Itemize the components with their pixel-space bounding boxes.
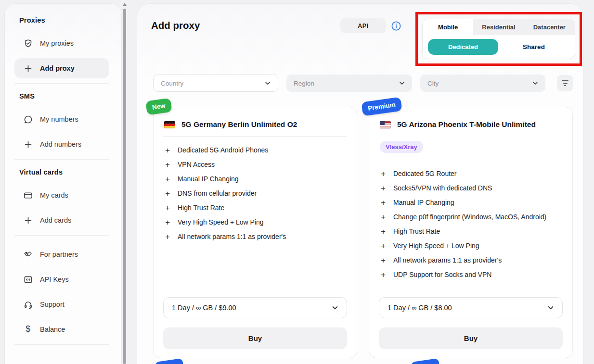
dollar-icon: $ [23,325,33,334]
credit-card-icon [23,190,33,200]
tab-datacenter[interactable]: Datacenter [524,19,575,35]
plan-select[interactable]: 1 Day / ∞ GB / $9.00 [163,297,347,318]
feature-item: +Manual IP Changing [380,195,563,210]
sidebar-divider [14,344,109,345]
sidebar-item-add-numbers[interactable]: Add numbers [14,134,109,154]
shield-check-icon [23,38,33,48]
proxy-type-tabs: Mobile Residential Datacenter [423,19,575,35]
app: Proxies My proxies Add proxy SMS [0,0,594,364]
plus-icon: + [380,184,387,192]
sidebar-item-my-numbers[interactable]: My numbers [14,109,109,129]
proxy-card-arizona: Premium 5G Arizona Phoenix T-Mobile Unli… [369,107,573,358]
api-button[interactable]: API [340,18,386,33]
sidebar-item-label: Balance [40,326,65,333]
feature-item: +DNS from cellular provider [164,186,347,201]
card-header: 5G Germany Berlin Unlimited O2 [164,120,347,129]
headset-icon [23,300,33,309]
sidebar-divider [14,235,109,236]
handshake-icon [23,250,33,259]
sidebar-item-add-proxy[interactable]: Add proxy [14,58,109,78]
card-title: 5G Arizona Phoenix T-Mobile Unlimited [397,120,536,129]
filter-icon [562,80,568,81]
main-panel: Add proxy API Mobile Residential Datacen… [137,4,583,364]
subtab-shared[interactable]: Shared [498,39,569,55]
api-code-icon [23,275,33,284]
plus-icon: + [380,256,387,264]
region-select[interactable]: Region [286,75,412,92]
chevron-down-icon [547,304,555,312]
feature-item: +All network params 1:1 as provider's [380,253,563,267]
plus-icon: + [380,199,387,207]
sidebar-item-label: Add cards [40,216,71,224]
sidebar-item-for-partners[interactable]: For partners [14,244,109,264]
plan-value: 1 Day / ∞ GB / $9.00 [172,304,236,312]
plus-icon: + [164,189,171,198]
city-placeholder: City [427,80,439,87]
sidebar-item-label: Support [40,301,65,308]
proxy-cards: New 5G Germany Berlin Unlimited O2 +Dedi… [153,107,573,358]
sidebar-item-label: For partners [40,251,78,258]
sidebar-section-proxies: Proxies [19,16,109,24]
plan-select[interactable]: 1 Day / ∞ GB / $8.00 [379,297,563,318]
chat-bubble-icon [23,114,33,124]
sidebar-item-label: API Keys [40,276,69,283]
sidebar-item-api-keys[interactable]: API Keys [14,269,109,289]
filter-button[interactable] [557,75,573,91]
proxy-card-germany: New 5G Germany Berlin Unlimited O2 +Dedi… [153,107,357,358]
plus-icon [23,139,33,149]
plan-value: 1 Day / ∞ GB / $8.00 [387,304,452,312]
sidebar: Proxies My proxies Add proxy SMS [5,4,121,364]
plus-icon: + [164,218,171,226]
proxy-type-tab-group: Mobile Residential Datacenter Dedicated … [422,19,575,59]
premium-badge: Premium [361,97,402,116]
feature-item: +Manual IP Changing [164,172,347,186]
usa-flag-icon [380,121,391,128]
feature-item: +UDP Support for Socks and VPN [380,267,563,282]
sidebar-item-balance[interactable]: $ Balance [14,319,109,339]
germany-flag-icon [164,121,175,128]
feature-item: +Change p0f fingerprint (Windows, MacOS,… [380,210,563,224]
scrollbar-thumb[interactable] [123,9,126,364]
sidebar-item-add-cards[interactable]: Add cards [14,210,109,230]
scrollbar-up-arrow-icon[interactable] [123,3,127,6]
sidebar-section-sms: SMS [19,92,109,100]
feature-item: +Dedicated 5G Router [380,166,563,181]
sidebar-item-support[interactable]: Support [14,294,109,314]
partial-badge [155,358,184,364]
chevron-down-icon [331,304,339,312]
sidebar-item-my-proxies[interactable]: My proxies [14,33,109,53]
plus-icon: + [164,204,171,212]
plus-icon [23,63,33,73]
info-icon[interactable] [391,21,401,31]
feature-item: +Very High Speed + Low Ping [380,238,563,253]
subtab-dedicated[interactable]: Dedicated [428,39,498,55]
feature-item: +Socks5/VPN with dedicated DNS [380,181,563,195]
buy-button[interactable]: Buy [379,327,563,349]
country-select[interactable]: Country [153,75,278,92]
card-header: 5G Arizona Phoenix T-Mobile Unlimited [380,120,563,129]
feature-list: +Dedicated 5G Router +Socks5/VPN with de… [379,166,563,282]
region-placeholder: Region [294,80,314,87]
city-select[interactable]: City [420,75,545,92]
chevron-down-icon [532,80,539,87]
sidebar-item-label: My cards [40,191,68,199]
sidebar-section-virtual-cards: Virtual cards [19,168,109,176]
feature-item: +Very High Speed + Low Ping [164,215,347,229]
card-title: 5G Germany Berlin Unlimited O2 [181,120,297,129]
proxy-subtype-tabs: Dedicated Shared [423,35,575,59]
plus-icon: + [164,175,171,183]
buy-button[interactable]: Buy [163,327,347,349]
sidebar-item-my-cards[interactable]: My cards [14,185,109,205]
plus-icon: + [164,161,171,169]
sidebar-divider [14,83,109,84]
plus-icon: + [380,213,387,221]
tab-mobile[interactable]: Mobile [423,19,473,35]
plus-icon: + [164,233,171,241]
sidebar-scrollbar[interactable] [122,0,128,364]
sidebar-item-label: My numbers [40,115,78,123]
sidebar-item-label: Add proxy [40,64,75,72]
plus-icon: + [380,170,387,178]
chevron-down-icon [264,80,271,87]
tab-residential[interactable]: Residential [473,19,524,35]
plus-icon: + [164,146,171,154]
